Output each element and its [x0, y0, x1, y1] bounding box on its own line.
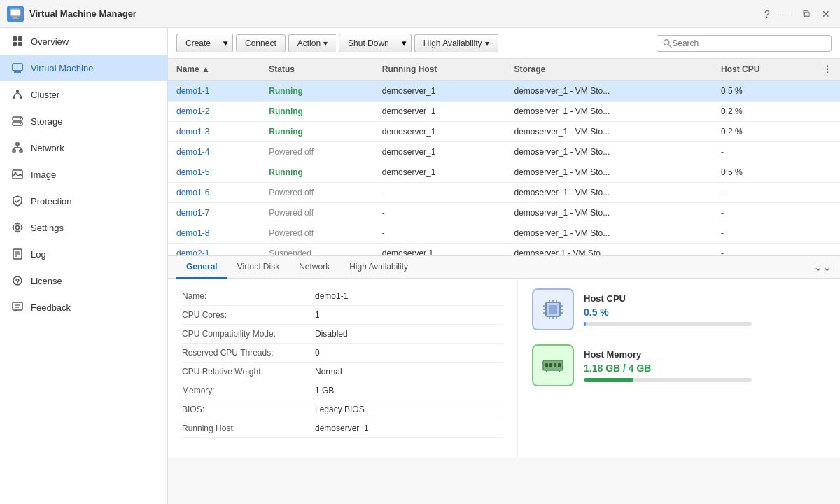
high-availability-group: High Availability ▾	[414, 34, 498, 52]
table-row[interactable]: demo1-6 Powered off - demoserver_1 - VM …	[168, 183, 840, 203]
sidebar-item-log[interactable]: Log	[0, 241, 167, 267]
vm-table: Name ▲ Status Running Host Storage Host …	[168, 59, 840, 255]
detail-value: Normal	[315, 367, 342, 377]
detail-label: Memory:	[182, 386, 315, 396]
cell-status: Running	[260, 122, 374, 142]
memory-value: 1.18 GB / 4 GB	[584, 363, 826, 374]
cell-host: -	[374, 183, 506, 203]
expand-icon[interactable]: ⌄⌄	[813, 260, 832, 274]
sidebar-item-settings[interactable]: Settings	[0, 214, 167, 241]
minimize-button[interactable]: —	[780, 7, 794, 21]
cell-storage: demoserver_1 - VM Sto...	[506, 183, 713, 203]
table-row[interactable]: demo2-1 Suspended demoserver 1 demoserve…	[168, 244, 840, 255]
table-row[interactable]: demo1-4 Powered off demoserver_1 demoser…	[168, 142, 840, 162]
sidebar-item-protection[interactable]: Protection	[0, 188, 167, 214]
sidebar-item-image[interactable]: Image	[0, 161, 167, 188]
svg-rect-42	[549, 305, 557, 314]
app-icon	[7, 6, 24, 22]
table-row[interactable]: demo1-3 Running demoserver_1 demoserver_…	[168, 122, 840, 142]
action-button[interactable]: Action ▾	[288, 34, 336, 52]
details-tabs: GeneralVirtual DiskNetworkHigh Availabil…	[168, 256, 840, 279]
svg-rect-20	[16, 143, 19, 145]
cell-menu	[815, 102, 840, 122]
col-header-status: Status	[260, 59, 374, 80]
svg-point-29	[16, 226, 20, 230]
create-button[interactable]: Create	[176, 34, 219, 52]
svg-rect-60	[546, 370, 547, 372]
detail-row: CPU Relative Weight: Normal	[182, 363, 503, 382]
cluster-icon	[11, 88, 24, 101]
shutdown-button[interactable]: Shut Down	[339, 34, 398, 52]
cell-host: demoserver_1	[374, 102, 506, 122]
window-controls: ? — ⧉ ✕	[760, 7, 833, 21]
tab-virtual-disk[interactable]: Virtual Disk	[227, 256, 289, 279]
sidebar-item-storage[interactable]: Storage	[0, 108, 167, 134]
cell-cpu: -	[713, 244, 815, 255]
cpu-title: Host CPU	[584, 293, 826, 304]
tab-high-availability[interactable]: High Availability	[340, 256, 418, 279]
detail-label: Running Host:	[182, 424, 315, 433]
sidebar-item-network[interactable]: Network	[0, 134, 167, 161]
cell-storage: demoserver_1 - VM Sto...	[506, 223, 713, 244]
sidebar-item-virtual-machine[interactable]: Virtual Machine	[0, 55, 167, 81]
svg-point-12	[13, 96, 15, 99]
cpu-progress-fill	[584, 322, 586, 326]
sidebar-item-label-virtual-machine: Virtual Machine	[31, 63, 93, 74]
cell-cpu: -	[713, 183, 815, 203]
create-dropdown-arrow[interactable]: ▾	[219, 34, 233, 52]
cell-menu	[815, 244, 840, 255]
detail-row: CPU Cores: 1	[182, 306, 503, 325]
cell-name: demo1-7	[168, 203, 260, 223]
table-row[interactable]: demo1-1 Running demoserver_1 demoserver_…	[168, 80, 840, 102]
sidebar-item-label-overview: Overview	[31, 36, 69, 47]
detail-row: BIOS: Legacy BIOS	[182, 400, 503, 419]
cell-status: Powered off	[260, 142, 374, 162]
cell-name: demo2-1	[168, 244, 260, 255]
sidebar-item-label-license: License	[31, 276, 62, 286]
cell-cpu: -	[713, 203, 815, 223]
detail-value: Legacy BIOS	[315, 405, 365, 414]
tab-network[interactable]: Network	[289, 256, 340, 279]
cell-cpu: 0.2 %	[713, 122, 815, 142]
sidebar-item-cluster[interactable]: Cluster	[0, 81, 167, 108]
connect-button[interactable]: Connect	[236, 34, 286, 52]
svg-rect-3	[13, 36, 17, 41]
search-input[interactable]	[672, 38, 825, 48]
col-header-menu[interactable]: ⋮	[815, 59, 840, 80]
table-row[interactable]: demo1-5 Running demoserver_1 demoserver_…	[168, 162, 840, 183]
cell-storage: demoserver_1 - VM Sto...	[506, 162, 713, 183]
cell-status: Powered off	[260, 203, 374, 223]
svg-line-15	[18, 92, 21, 96]
tab-general[interactable]: General	[176, 256, 227, 279]
help-button[interactable]: ?	[760, 7, 774, 21]
main-layout: Overview Virtual Machine Cluster Storage…	[0, 28, 840, 504]
svg-rect-56	[545, 363, 548, 368]
cell-status: Running	[260, 102, 374, 122]
table-row[interactable]: demo1-7 Powered off - demoserver_1 - VM …	[168, 203, 840, 223]
high-availability-button[interactable]: High Availability ▾	[414, 34, 498, 52]
shutdown-dropdown-arrow[interactable]: ▾	[398, 34, 412, 52]
shutdown-group: Shut Down ▾	[339, 34, 412, 52]
sidebar-item-label-protection: Protection	[31, 196, 72, 206]
search-box[interactable]	[657, 35, 832, 52]
grid-icon	[11, 35, 24, 48]
restore-button[interactable]: ⧉	[799, 7, 813, 21]
svg-rect-61	[559, 370, 560, 372]
sidebar-item-label-network: Network	[31, 143, 64, 153]
cell-host: demoserver_1	[374, 80, 506, 102]
sidebar: Overview Virtual Machine Cluster Storage…	[0, 28, 168, 504]
memory-icon	[532, 344, 574, 386]
col-header-storage: Storage	[506, 59, 713, 80]
cell-menu	[815, 122, 840, 142]
table-row[interactable]: demo1-2 Running demoserver_1 demoserver_…	[168, 102, 840, 122]
sidebar-item-feedback[interactable]: Feedback	[0, 294, 167, 321]
svg-point-11	[16, 90, 19, 92]
license-icon	[11, 274, 24, 287]
sidebar-item-license[interactable]: License	[0, 267, 167, 294]
sidebar-item-overview[interactable]: Overview	[0, 28, 167, 55]
cell-name: demo1-5	[168, 162, 260, 183]
detail-value: Disabled	[315, 329, 348, 339]
close-button[interactable]: ✕	[819, 7, 833, 21]
table-row[interactable]: demo1-8 Powered off - demoserver_1 - VM …	[168, 223, 840, 244]
svg-rect-2	[12, 18, 19, 19]
